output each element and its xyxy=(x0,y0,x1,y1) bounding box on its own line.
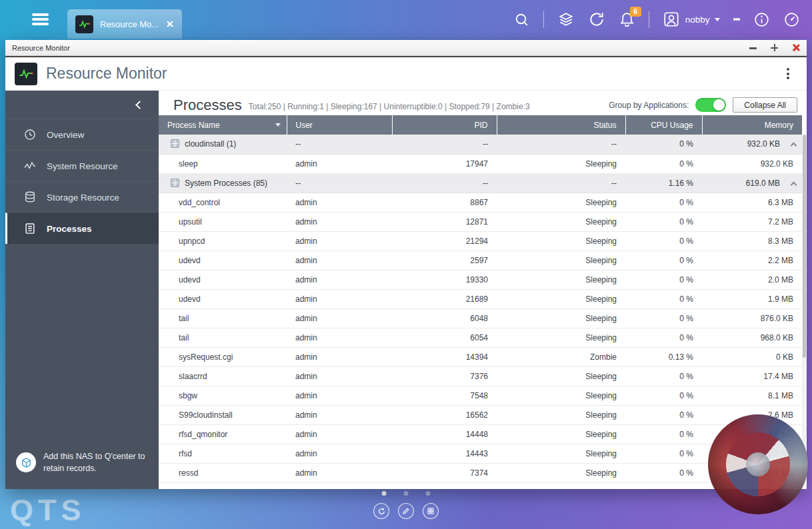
cell-status: Sleeping xyxy=(497,289,625,308)
minimize-button[interactable] xyxy=(749,43,757,52)
process-row[interactable]: upnpcdadmin21294Sleeping0 %8.3 MB xyxy=(159,231,802,251)
cell-user: admin xyxy=(287,386,392,405)
tab-resource-monitor[interactable]: Resource Mo... xyxy=(67,9,182,39)
collapse-group-icon[interactable] xyxy=(791,181,797,188)
topbar-separator xyxy=(649,11,649,28)
cell-cpu: 0 % xyxy=(625,289,702,308)
resource-monitor-icon xyxy=(15,63,37,85)
sync-button[interactable] xyxy=(588,11,605,28)
notifications-button[interactable]: 6 xyxy=(619,11,635,28)
cell-cpu: 0 % xyxy=(625,270,702,289)
close-button[interactable] xyxy=(791,43,800,52)
process-row[interactable]: sleepadmin17947Sleeping0 %932.0 KB xyxy=(159,154,802,173)
desktop-page-dot[interactable] xyxy=(426,491,431,496)
process-row[interactable]: udevdadmin19330Sleeping0 %2.0 MB xyxy=(159,270,802,289)
cell-status: Sleeping xyxy=(497,444,625,463)
process-row[interactable]: rfsdadmin14443Sleeping0 %2.2 MB xyxy=(159,444,802,463)
desktop-page-dot[interactable] xyxy=(404,491,409,496)
group-by-toggle[interactable] xyxy=(695,98,726,112)
info-button[interactable] xyxy=(753,11,770,28)
cell-cpu: 0 % xyxy=(625,231,702,251)
collapse-all-button[interactable]: Collapse All xyxy=(733,97,797,113)
process-row[interactable]: sbgwadmin7548Sleeping0 %8.1 MB xyxy=(159,386,802,405)
circular-arrow-icon xyxy=(377,507,386,516)
collapse-group-icon[interactable] xyxy=(791,143,797,149)
dock-edit-button[interactable] xyxy=(398,503,414,519)
process-row[interactable]: sysRequest.cgiadmin14394Zombie0.13 %0 KB xyxy=(159,347,802,366)
section-title: Processes xyxy=(173,97,242,114)
cell-memory: 0 KB xyxy=(702,347,802,366)
process-row[interactable]: udevdadmin21689Sleeping0 %1.9 MB xyxy=(159,289,802,308)
sidebar-item-processes[interactable]: Processes xyxy=(5,213,159,244)
cell-status: -- xyxy=(497,173,625,193)
more-options-button[interactable] xyxy=(733,17,741,23)
background-tasks-button[interactable] xyxy=(557,11,575,28)
pulse-icon xyxy=(23,159,37,173)
cell-user: admin xyxy=(287,270,392,289)
process-row[interactable]: upsutiladmin12871Sleeping0 %7.2 MB xyxy=(159,212,802,231)
process-row[interactable]: S99cloudinstalladmin16562Sleeping0 %2.6 … xyxy=(159,405,802,424)
process-row[interactable]: udevdadmin2597Sleeping0 %2.2 MB xyxy=(159,251,802,270)
sort-caret-icon[interactable] xyxy=(275,123,281,127)
column-header-pid[interactable]: PID xyxy=(392,115,497,135)
storage-icon xyxy=(23,191,37,204)
cell-pid: 21294 xyxy=(392,231,497,251)
process-row[interactable]: rfsd_qmonitoradmin14448Sleeping0 %4.6 MB xyxy=(159,424,802,444)
sidebar-item-system-resource[interactable]: System Resource xyxy=(5,150,159,181)
qcenter-note: Add this NAS to Q'center to retain recor… xyxy=(43,451,148,474)
sidebar-item-overview[interactable]: Overview xyxy=(5,119,159,150)
cell-pid: 14394 xyxy=(392,347,497,366)
process-row[interactable]: ressdadmin7374Sleeping0 %15.7 MB xyxy=(159,463,802,482)
column-header-user[interactable]: User xyxy=(287,115,392,135)
cell-cpu: 0 % xyxy=(625,212,702,231)
cell-process-name: udevd xyxy=(159,251,287,270)
cell-cpu: 0 % xyxy=(625,424,702,444)
search-button[interactable] xyxy=(513,11,530,28)
qcenter-banner[interactable]: Add this NAS to Q'center to retain recor… xyxy=(5,451,159,489)
dashboard-button[interactable] xyxy=(783,11,800,28)
sidebar-item-storage-resource[interactable]: Storage Resource xyxy=(5,181,159,213)
scrollbar-thumb[interactable] xyxy=(803,135,806,358)
dock-refresh-button[interactable] xyxy=(373,503,389,519)
desktop-page-dot[interactable] xyxy=(382,491,387,496)
cell-pid: 12871 xyxy=(392,212,497,231)
cell-pid: 7548 xyxy=(392,386,497,405)
process-group-row[interactable]: cloudinstall (1)------0 %932.0 KB xyxy=(159,135,802,154)
cell-memory: 17.4 MB xyxy=(702,366,802,386)
tab-close-icon[interactable] xyxy=(166,20,174,28)
process-table: Process Name User PID Status CPU Usage M… xyxy=(159,115,802,483)
dock-apps-button[interactable] xyxy=(423,503,439,519)
main-menu-button[interactable] xyxy=(32,11,49,28)
cell-status: Sleeping xyxy=(497,405,625,424)
desktop-page-indicator xyxy=(382,491,431,496)
process-row[interactable]: vdd_controladmin8867Sleeping0 %6.3 MB xyxy=(159,193,802,212)
cell-user: admin xyxy=(287,328,392,347)
app-header: Resource Monitor xyxy=(5,56,807,91)
cell-pid: 16562 xyxy=(392,405,497,424)
cell-pid: -- xyxy=(392,135,497,154)
process-row[interactable]: slaacrrdadmin7376Sleeping0 %17.4 MB xyxy=(159,366,802,386)
column-header-cpu[interactable]: CPU Usage xyxy=(625,115,702,135)
process-group-row[interactable]: System Processes (85)------1.16 %619.0 M… xyxy=(159,173,802,193)
column-header-status[interactable]: Status xyxy=(497,115,625,135)
column-header-process-name[interactable]: Process Name xyxy=(159,115,287,135)
cell-memory: 876.0 KB xyxy=(702,308,802,328)
maximize-button[interactable] xyxy=(770,43,779,52)
process-row[interactable]: tailadmin6048Sleeping0 %876.0 KB xyxy=(159,308,802,328)
cell-cpu: 0 % xyxy=(625,308,702,328)
cell-status: Sleeping xyxy=(497,366,625,386)
user-icon xyxy=(663,11,680,28)
column-header-memory[interactable]: Memory xyxy=(702,115,802,135)
cell-user: admin xyxy=(287,444,392,463)
process-row[interactable]: tailadmin6054Sleeping0 %968.0 KB xyxy=(159,328,802,347)
cell-memory: 932.0 KB xyxy=(702,135,802,154)
user-menu-button[interactable]: nobby xyxy=(663,11,720,28)
app-menu-button[interactable] xyxy=(787,67,789,81)
cell-user: admin xyxy=(287,463,392,482)
cell-pid: 14448 xyxy=(392,424,497,444)
window-title: Resource Monitor xyxy=(12,44,70,52)
window-titlebar[interactable]: Resource Monitor xyxy=(5,40,807,56)
sidebar-collapse-icon[interactable] xyxy=(135,101,144,109)
vertical-scrollbar[interactable] xyxy=(802,135,807,489)
info-icon xyxy=(753,11,770,28)
